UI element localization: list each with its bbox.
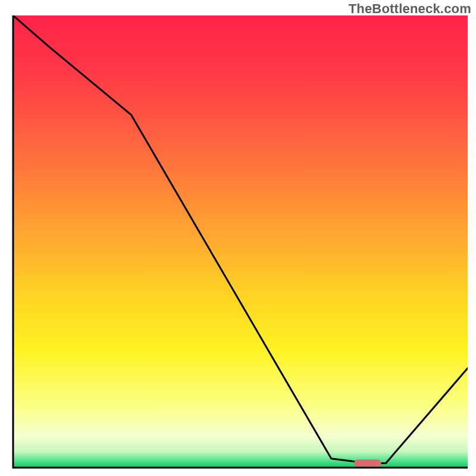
watermark-text: TheBottleneck.com — [349, 1, 471, 17]
gradient-background — [13, 15, 468, 468]
bottleneck-chart: TheBottleneck.com — [0, 0, 476, 476]
optimal-marker — [354, 459, 381, 466]
chart-svg — [0, 0, 476, 476]
